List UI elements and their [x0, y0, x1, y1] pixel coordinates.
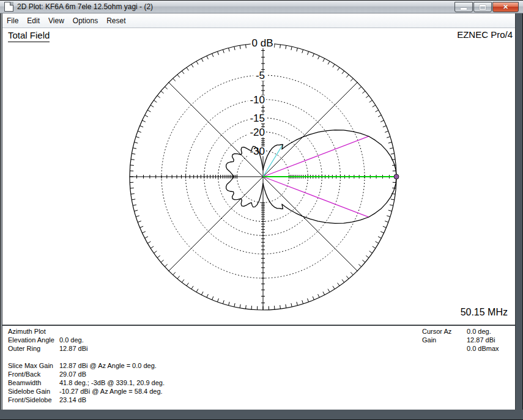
info-label: Beamwidth	[8, 378, 59, 387]
ring-labels: 0 dB-5-10-15-20-30	[248, 37, 274, 157]
engine-label: EZNEC Pro/4	[457, 29, 513, 40]
info-row: Cursor Az0.0 deg.	[422, 327, 499, 336]
info-row: 0.0 dBmax	[422, 344, 499, 353]
info-row: Front/Back29.07 dB	[8, 370, 165, 378]
ring-label: -10	[250, 94, 265, 106]
info-label: Front/Back	[8, 370, 59, 378]
info-value: 0.0 deg.	[467, 328, 491, 335]
info-row: Outer Ring12.87 dBi	[8, 344, 165, 353]
info-value: -10.27 dBi @ Az Angle = 58.4 deg.	[59, 388, 163, 395]
info-value: 12.87 dBi @ Az Angle = 0.0 deg.	[59, 362, 157, 369]
info-value: 0.0 dBmax	[467, 345, 499, 352]
ring-label: -15	[250, 112, 265, 124]
info-row: Elevation Angle0.0 deg.	[8, 336, 165, 344]
info-value: 12.87 dBi	[467, 336, 495, 344]
info-panel-left: Azimuth Plot Elevation Angle0.0 deg. Out…	[8, 327, 165, 404]
info-row: Beamwidth41.8 deg.; -3dB @ 339.1, 20.9 d…	[8, 378, 165, 387]
info-label: Sidelobe Gain	[8, 387, 59, 396]
info-label: Front/Sidelobe	[8, 396, 59, 404]
beamwidth-line	[263, 136, 369, 177]
info-value: 12.87 dBi	[59, 345, 87, 352]
field-type-label: Total Field	[8, 30, 50, 42]
grid-spoke	[263, 177, 357, 271]
info-row: Gain12.87 dBi	[422, 336, 499, 344]
cursor-dot	[394, 174, 399, 179]
info-row: Sidelobe Gain-10.27 dBi @ Az Angle = 58.…	[8, 387, 165, 396]
info-label: Cursor Az	[422, 327, 467, 336]
grid-spoke	[169, 177, 263, 271]
info-value: 41.8 deg.; -3dB @ 339.1, 20.9 deg.	[59, 379, 165, 386]
panel-divider	[2, 325, 515, 326]
info-panel-right: Cursor Az0.0 deg. Gain12.87 dBi 0.0 dBma…	[422, 327, 499, 353]
ring-label: -20	[250, 127, 265, 138]
grid-spoke	[263, 83, 357, 177]
info-label: Gain	[422, 336, 467, 344]
beamwidth-line	[263, 177, 369, 217]
info-row: Azimuth Plot	[8, 327, 165, 336]
info-row: Front/Sidelobe23.14 dB	[8, 396, 165, 404]
info-row-blank	[8, 353, 165, 361]
ring-label: -5	[256, 70, 265, 81]
info-label: Azimuth Plot	[8, 327, 59, 336]
ring-label: -30	[250, 146, 265, 157]
ring-label: 0 dB	[252, 37, 273, 49]
info-value: 29.07 dB	[59, 370, 86, 378]
info-label: Elevation Angle	[8, 336, 59, 344]
info-value: 23.14 dB	[59, 396, 86, 403]
info-label: Outer Ring	[8, 344, 59, 353]
info-row: Slice Max Gain12.87 dBi @ Az Angle = 0.0…	[8, 361, 165, 370]
info-value: 0.0 deg.	[59, 336, 84, 344]
info-label: Slice Max Gain	[8, 361, 59, 370]
frequency-label: 50.15 MHz	[461, 307, 508, 318]
